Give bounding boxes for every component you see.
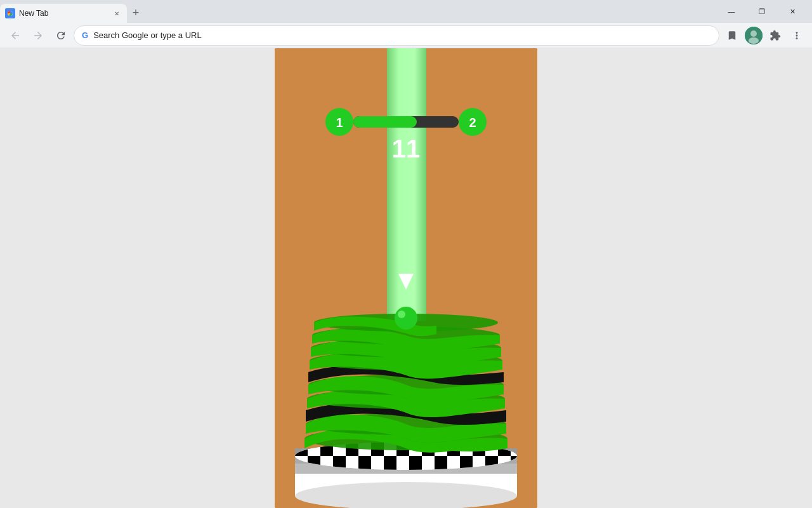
menu-button[interactable] bbox=[787, 25, 807, 46]
tab-title: New Tab bbox=[19, 9, 108, 18]
game-container[interactable]: 1 2 11 bbox=[275, 48, 537, 508]
window-controls: — ❐ ✕ bbox=[712, 0, 812, 23]
title-bar: New Tab ✕ + — ❐ ✕ bbox=[0, 0, 812, 23]
chrome-window: New Tab ✕ + — ❐ ✕ G Search Google or typ… bbox=[0, 0, 812, 508]
svg-text:2: 2 bbox=[469, 116, 476, 130]
svg-rect-49 bbox=[353, 116, 417, 128]
tab-strip: New Tab ✕ + bbox=[0, 0, 712, 23]
close-button[interactable]: ✕ bbox=[778, 0, 807, 23]
svg-text:1: 1 bbox=[336, 116, 343, 130]
bookmark-button[interactable] bbox=[722, 25, 742, 46]
svg-rect-26 bbox=[358, 456, 371, 470]
extensions-button[interactable] bbox=[765, 25, 785, 46]
tab-favicon bbox=[5, 8, 15, 18]
svg-text:11: 11 bbox=[392, 135, 421, 163]
back-button[interactable] bbox=[5, 25, 25, 46]
google-icon: G bbox=[82, 30, 88, 40]
refresh-button[interactable] bbox=[51, 25, 71, 46]
game-svg: 1 2 11 bbox=[275, 48, 537, 508]
address-text: Search Google or type a URL bbox=[93, 30, 711, 40]
active-tab[interactable]: New Tab ✕ bbox=[0, 4, 127, 23]
svg-point-42 bbox=[395, 307, 417, 330]
toolbar-actions bbox=[722, 25, 807, 46]
svg-rect-27 bbox=[384, 456, 396, 470]
svg-rect-29 bbox=[435, 456, 447, 470]
address-bar[interactable]: G Search Google or type a URL bbox=[74, 25, 719, 46]
maximize-button[interactable]: ❐ bbox=[747, 0, 776, 23]
svg-rect-28 bbox=[409, 456, 422, 470]
page-content: 1 2 11 bbox=[0, 48, 812, 508]
forward-button[interactable] bbox=[28, 25, 48, 46]
toolbar: G Search Google or type a URL bbox=[0, 23, 812, 48]
svg-point-43 bbox=[398, 311, 405, 318]
new-tab-button[interactable]: + bbox=[127, 4, 145, 22]
profile-button[interactable] bbox=[743, 25, 764, 46]
svg-point-3 bbox=[749, 37, 759, 44]
minimize-button[interactable]: — bbox=[717, 0, 746, 23]
tab-close-button[interactable]: ✕ bbox=[112, 8, 122, 18]
svg-point-2 bbox=[750, 30, 757, 37]
